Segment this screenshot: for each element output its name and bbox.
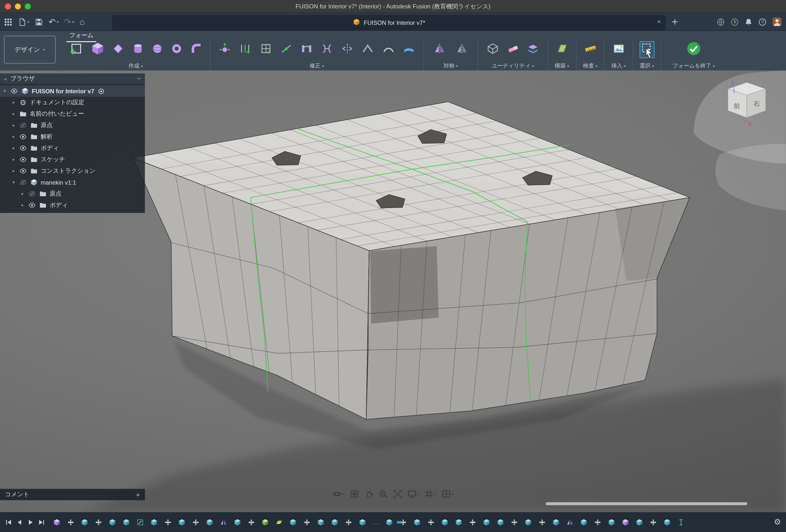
repair-body-tool-icon[interactable] xyxy=(507,43,519,56)
browser-item-7[interactable]: ▸コンストラクション xyxy=(0,165,145,177)
timeline-feature-move-icon[interactable] xyxy=(650,518,657,526)
finish-form-label[interactable]: フォームを終了 ▾ xyxy=(661,62,726,69)
eye-icon[interactable] xyxy=(19,156,27,163)
insert-point-tool-icon[interactable] xyxy=(280,43,292,56)
browser-item-2[interactable]: ▸名前の付いたビュー xyxy=(0,108,145,120)
timeline-feature-sketch-icon[interactable] xyxy=(136,518,144,526)
timeline-settings-icon[interactable]: ⚙ xyxy=(774,518,781,526)
finish-form-icon[interactable] xyxy=(686,41,701,58)
viewports-icon[interactable]: ▾ xyxy=(441,489,454,499)
undo-icon[interactable]: ↶▾ xyxy=(49,18,59,26)
thicken-tool-icon[interactable] xyxy=(403,43,415,56)
timeline-feature-box-icon[interactable] xyxy=(664,518,671,526)
chevron-right-icon[interactable]: ▸ xyxy=(11,169,16,173)
file-icon[interactable]: ▾ xyxy=(18,18,29,26)
look-at-icon[interactable] xyxy=(350,489,359,499)
timeline-feature-box-icon[interactable] xyxy=(552,518,560,526)
chevron-down-icon[interactable]: ▾ xyxy=(2,89,7,93)
browser-item-3[interactable]: ▸原点 xyxy=(0,120,145,131)
merge-edge-tool-icon[interactable] xyxy=(321,43,333,56)
step-back-button[interactable] xyxy=(16,518,23,526)
edit-form-tool-icon[interactable] xyxy=(219,43,231,56)
timeline-feature-mirror-icon[interactable] xyxy=(566,518,574,526)
insert-canvas-tool-icon[interactable] xyxy=(612,43,624,56)
save-icon[interactable] xyxy=(35,18,43,26)
display-mode-tool-icon[interactable] xyxy=(487,43,499,56)
ribbon-group-label[interactable]: 検査 ▾ xyxy=(577,62,604,69)
zoom-window-button[interactable] xyxy=(25,3,31,9)
timeline-feature-box-icon[interactable] xyxy=(441,518,448,526)
timeline-feature-box-icon[interactable] xyxy=(109,518,116,526)
add-comment-icon[interactable]: + xyxy=(136,490,140,499)
orbit-icon[interactable]: ▾ xyxy=(332,489,345,499)
timeline-feature-box-icon[interactable] xyxy=(151,518,158,526)
go-to-start-button[interactable] xyxy=(5,518,13,526)
chevron-right-icon[interactable]: ▸ xyxy=(20,203,25,207)
fit-icon[interactable] xyxy=(393,489,402,499)
globe-icon[interactable] xyxy=(717,18,725,26)
timeline-feature-move-icon[interactable] xyxy=(164,518,172,526)
timeline-feature-box-icon[interactable] xyxy=(289,518,297,526)
eye-off-icon[interactable] xyxy=(19,122,27,129)
timeline-feature-move-icon[interactable] xyxy=(427,518,435,526)
timeline-feature-move-icon[interactable] xyxy=(345,518,352,526)
eye-off-icon[interactable] xyxy=(28,190,36,198)
measure-tool-icon[interactable] xyxy=(584,43,596,56)
timeline-feature-move-icon[interactable] xyxy=(538,518,546,526)
chevron-right-icon[interactable]: ▸ xyxy=(11,146,16,151)
chevron-right-icon[interactable]: ▸ xyxy=(11,100,16,105)
eye-off-icon[interactable] xyxy=(19,179,27,186)
eye-icon[interactable] xyxy=(19,167,27,175)
timeline-feature-box-icon[interactable] xyxy=(580,518,587,526)
avatar-icon[interactable] xyxy=(772,17,782,27)
face-tool-icon[interactable] xyxy=(69,42,83,57)
browser-item-8[interactable]: ▾manekin v1:1 xyxy=(0,177,145,188)
job-status-icon[interactable] xyxy=(731,18,739,26)
minimize-panel-icon[interactable]: − xyxy=(137,75,141,83)
browser-item-1[interactable]: ▸⚙ドキュメントの設定 xyxy=(0,97,145,108)
timeline-feature-endmarker-icon[interactable] xyxy=(677,518,685,526)
timeline-feature-form-icon[interactable] xyxy=(53,518,61,526)
workspace-selector[interactable]: デザイン ▾ xyxy=(4,36,55,64)
browser-item-4[interactable]: ▸解析 xyxy=(0,131,145,142)
browser-item-5[interactable]: ▸ボディ xyxy=(0,142,145,154)
timeline-feature-box-icon[interactable] xyxy=(206,518,213,526)
timeline-feature-box-icon[interactable] xyxy=(122,518,130,526)
convert-tool-icon[interactable] xyxy=(527,43,539,56)
timeline-feature-box-icon[interactable] xyxy=(386,518,393,526)
timeline-feature-move-icon[interactable] xyxy=(303,518,310,526)
crease-tool-icon[interactable] xyxy=(362,43,374,56)
construction-plane-tool-icon[interactable] xyxy=(556,43,568,56)
plane-tool-icon[interactable] xyxy=(112,43,124,56)
timeline-feature-yellow-icon[interactable] xyxy=(275,518,283,526)
timeline-position-marker[interactable] xyxy=(397,521,401,524)
grid-display-icon[interactable]: ▾ xyxy=(424,489,436,499)
ribbon-group-label[interactable]: 修正 ▾ xyxy=(210,62,423,69)
ribbon-group-label[interactable]: 対称 ▾ xyxy=(424,62,478,69)
document-tab[interactable]: FUISON for Interior v7* xyxy=(112,15,666,30)
minimize-window-button[interactable] xyxy=(15,3,21,9)
timeline-feature-move-icon[interactable] xyxy=(67,518,74,526)
ribbon-group-label[interactable]: 挿入 ▾ xyxy=(604,62,633,69)
browser-header[interactable]: « ブラウザ − xyxy=(0,73,145,84)
timeline-feature-box-icon[interactable] xyxy=(525,518,532,526)
timeline-feature-move-icon[interactable] xyxy=(192,518,200,526)
new-tab-plus-icon[interactable] xyxy=(671,18,679,26)
cylinder-tool-icon[interactable] xyxy=(132,43,144,56)
eye-icon[interactable] xyxy=(19,133,27,140)
mirror-internal-tool-icon[interactable] xyxy=(434,43,446,56)
timeline-feature-mirror-icon[interactable] xyxy=(220,518,227,526)
subdivide-tool-icon[interactable] xyxy=(260,43,272,56)
sphere-tool-icon[interactable] xyxy=(151,43,163,56)
app-launcher-icon[interactable] xyxy=(4,18,13,26)
chevron-right-icon[interactable]: ▸ xyxy=(20,191,25,196)
clear-symmetry-tool-icon[interactable] xyxy=(456,43,468,56)
home-icon[interactable]: ⌂ xyxy=(79,18,85,26)
zoom-icon[interactable] xyxy=(378,489,388,499)
display-settings-icon[interactable]: ▾ xyxy=(407,489,419,499)
play-button[interactable] xyxy=(27,518,34,526)
timeline-feature-dots-icon[interactable]: … xyxy=(373,519,379,525)
close-tab-icon[interactable]: × xyxy=(657,13,661,31)
chevron-right-icon[interactable]: ▸ xyxy=(11,135,16,139)
timeline-feature-purple-icon[interactable] xyxy=(622,518,629,526)
